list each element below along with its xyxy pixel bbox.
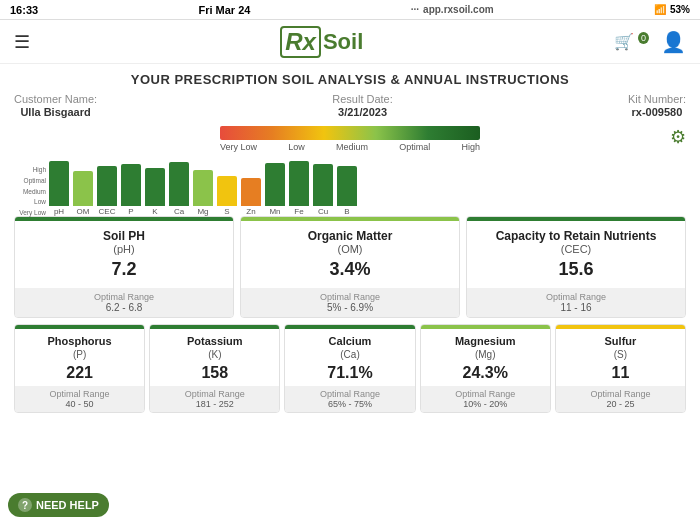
- card-optimal-label: Optimal Range: [17, 292, 231, 302]
- card-optimal-label: Optimal Range: [423, 389, 548, 399]
- status-bar: 16:33 Fri Mar 24 ··· app.rxsoil.com 📶 53…: [0, 0, 700, 20]
- card-value: 221: [19, 364, 140, 382]
- status-time: 16:33: [10, 4, 38, 16]
- legend-low: Low: [288, 142, 305, 152]
- bottom-card-1: Potassium (K) 158 Optimal Range 181 - 25…: [149, 324, 280, 412]
- kit-label: Kit Number:: [628, 93, 686, 105]
- card-abbr: (K): [154, 349, 275, 360]
- bar-cu: [313, 164, 333, 206]
- card-footer: Optimal Range 11 - 16: [467, 288, 685, 317]
- user-icon[interactable]: 👤: [661, 30, 686, 54]
- bar-label-zn: Zn: [246, 207, 255, 216]
- card-optimal-label: Optimal Range: [243, 292, 457, 302]
- card-body: Sulfur (S) 11: [556, 329, 685, 385]
- kit-number-block: Kit Number: rx-009580: [628, 93, 686, 118]
- bar-mn: [265, 163, 285, 206]
- battery-percent: 53%: [670, 4, 690, 15]
- bar-label-cu: Cu: [318, 207, 328, 216]
- card-optimal-label: Optimal Range: [287, 389, 412, 399]
- bar-b: [337, 166, 357, 206]
- nav-icons: 🛒 0 👤: [614, 30, 686, 54]
- top-cards-row: Soil PH (pH) 7.2 Optimal Range 6.2 - 6.8…: [14, 216, 686, 318]
- card-optimal-value: 6.2 - 6.8: [17, 302, 231, 313]
- logo: Rx Soil: [280, 26, 363, 58]
- card-value: 71.1%: [289, 364, 410, 382]
- need-help-label: NEED HELP: [36, 499, 99, 511]
- wifi-icon: 📶: [654, 4, 666, 15]
- card-footer: Optimal Range 10% - 20%: [421, 386, 550, 412]
- card-optimal-value: 5% - 6.9%: [243, 302, 457, 313]
- y-low: Low: [14, 198, 46, 205]
- legend-very-low: Very Low: [220, 142, 257, 152]
- bar-label-p: P: [128, 207, 133, 216]
- top-card-2: Capacity to Retain Nutrients (CEC) 15.6 …: [466, 216, 686, 318]
- card-footer: Optimal Range 20 - 25: [556, 386, 685, 412]
- bar-ca: [169, 162, 189, 206]
- bottom-card-4: Sulfur (S) 11 Optimal Range 20 - 25: [555, 324, 686, 412]
- card-value: 3.4%: [247, 259, 453, 280]
- status-url: app.rxsoil.com: [423, 4, 494, 15]
- card-body: Organic Matter (OM) 3.4%: [241, 221, 459, 288]
- bar-label-fe: Fe: [294, 207, 303, 216]
- bar-label-s: S: [224, 207, 229, 216]
- cart-icon[interactable]: 🛒 0: [614, 32, 649, 51]
- bar-group-mg: Mg: [193, 170, 213, 216]
- card-name: Sulfur: [560, 335, 681, 348]
- bar-chart: High Optimal Medium Low Very Low pHOMCEC…: [14, 154, 686, 216]
- card-body: Phosphorus (P) 221: [15, 329, 144, 385]
- bar-om: [73, 171, 93, 206]
- card-footer: Optimal Range 6.2 - 6.8: [15, 288, 233, 317]
- card-body: Capacity to Retain Nutrients (CEC) 15.6: [467, 221, 685, 288]
- card-optimal-value: 20 - 25: [558, 399, 683, 409]
- bar-p: [121, 164, 141, 206]
- card-optimal-value: 10% - 20%: [423, 399, 548, 409]
- y-medium: Medium: [14, 188, 46, 195]
- help-icon: ?: [18, 498, 32, 512]
- need-help-button[interactable]: ? NEED HELP: [8, 493, 109, 517]
- card-optimal-value: 181 - 252: [152, 399, 277, 409]
- bar-group-zn: Zn: [241, 178, 261, 216]
- menu-icon[interactable]: ☰: [14, 31, 30, 53]
- bar-group-cec: CEC: [97, 166, 117, 216]
- card-optimal-value: 40 - 50: [17, 399, 142, 409]
- card-abbr: (Ca): [289, 349, 410, 360]
- bar-group-fe: Fe: [289, 161, 309, 216]
- chart-section: ⚙ Very Low Low Medium Optimal High High …: [14, 126, 686, 216]
- result-value: 3/21/2023: [332, 106, 393, 118]
- bottom-card-0: Phosphorus (P) 221 Optimal Range 40 - 50: [14, 324, 145, 412]
- cart-count: 0: [638, 32, 649, 44]
- bar-fe: [289, 161, 309, 206]
- top-card-0: Soil PH (pH) 7.2 Optimal Range 6.2 - 6.8: [14, 216, 234, 318]
- status-dots: ···: [411, 4, 419, 15]
- settings-icon[interactable]: ⚙: [670, 126, 686, 148]
- card-body: Soil PH (pH) 7.2: [15, 221, 233, 288]
- bar-group-k: K: [145, 168, 165, 216]
- bar-group-b: B: [337, 166, 357, 216]
- bar-label-ph: pH: [54, 207, 64, 216]
- gradient-bar: [220, 126, 480, 140]
- bar-label-om: OM: [77, 207, 90, 216]
- legend-high: High: [461, 142, 480, 152]
- customer-label: Customer Name:: [14, 93, 97, 105]
- card-optimal-label: Optimal Range: [558, 389, 683, 399]
- bar-label-k: K: [152, 207, 157, 216]
- bar-label-mg: Mg: [197, 207, 208, 216]
- card-abbr: (pH): [21, 243, 227, 255]
- card-footer: Optimal Range 40 - 50: [15, 386, 144, 412]
- bar-mg: [193, 170, 213, 206]
- bar-label-ca: Ca: [174, 207, 184, 216]
- card-optimal-value: 11 - 16: [469, 302, 683, 313]
- bar-group-cu: Cu: [313, 164, 333, 216]
- bar-group-p: P: [121, 164, 141, 216]
- card-name: Magnesium: [425, 335, 546, 348]
- card-optimal-label: Optimal Range: [17, 389, 142, 399]
- bar-group-ca: Ca: [169, 162, 189, 216]
- card-body: Calcium (Ca) 71.1%: [285, 329, 414, 385]
- y-very-low: Very Low: [14, 209, 46, 216]
- card-value: 7.2: [21, 259, 227, 280]
- result-date-block: Result Date: 3/21/2023: [332, 93, 393, 118]
- bar-label-mn: Mn: [269, 207, 280, 216]
- y-axis: High Optimal Medium Low Very Low: [14, 166, 46, 216]
- customer-value: Ulla Bisgaard: [14, 106, 97, 118]
- bar-group-s: S: [217, 176, 237, 216]
